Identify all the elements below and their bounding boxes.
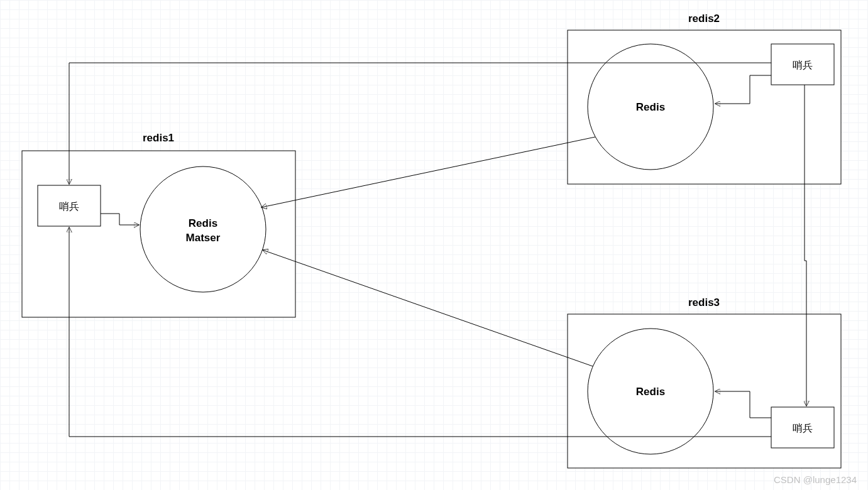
sentinel2-node: 哨兵 (771, 44, 834, 85)
redis-bot-node: Redis (588, 329, 713, 454)
redis-top-label: Redis (636, 101, 665, 113)
cluster-redis2-label: redis2 (688, 13, 720, 24)
cluster-redis1-label: redis1 (143, 132, 174, 144)
sentinel1-node: 哨兵 (38, 185, 101, 226)
watermark: CSDN @lunge1234 (774, 474, 857, 485)
cluster-redis2: redis2 Redis 哨兵 (568, 13, 841, 184)
edge-redis-top-to-master (261, 137, 595, 207)
cluster-redis3: redis3 Redis 哨兵 (568, 297, 841, 468)
redis-master-label-line2: Matser (186, 232, 221, 244)
sentinel3-label: 哨兵 (793, 423, 813, 433)
svg-point-2 (140, 166, 266, 292)
cluster-redis3-label: redis3 (688, 297, 720, 308)
diagram-canvas: redis1 哨兵 Redis Matser redis2 Redis 哨兵 r… (0, 0, 868, 490)
sentinel2-label: 哨兵 (793, 60, 813, 70)
cluster-redis1: redis1 哨兵 Redis Matser (22, 132, 295, 317)
edge-redis-bot-to-master (263, 250, 593, 366)
redis-bot-label: Redis (636, 386, 665, 398)
sentinel1-label: 哨兵 (59, 201, 79, 212)
redis-master-label-line1: Redis (189, 217, 217, 229)
sentinel3-node: 哨兵 (771, 407, 834, 448)
redis-master-node: Redis Matser (140, 166, 266, 292)
